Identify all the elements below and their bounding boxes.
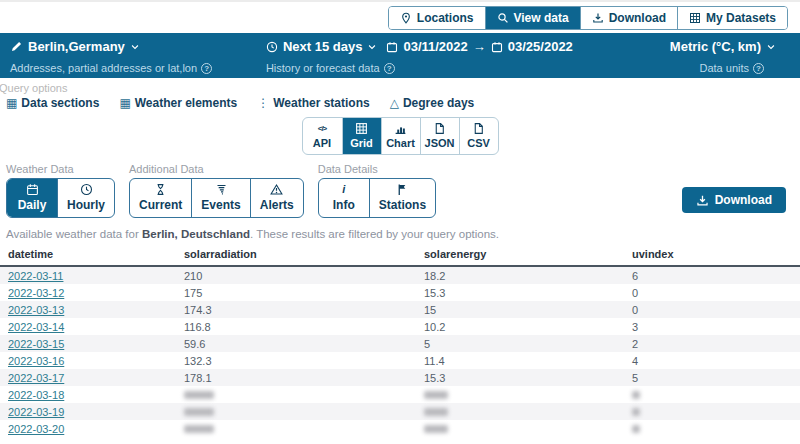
cell-solarradiation: 132.3 — [184, 352, 424, 369]
cell-solarradiation: 59.6 — [184, 335, 424, 352]
cell-uvindex: 2 — [632, 335, 800, 352]
chart-icon — [394, 122, 407, 135]
table-row: 2022-03-18 — [0, 386, 800, 403]
stations-button[interactable]: Stations — [369, 179, 435, 217]
location-selector[interactable]: Berlin,Germany — [10, 39, 266, 54]
degree-days-link[interactable]: △ Degree days — [390, 96, 475, 110]
date-link[interactable]: 2022-03-16 — [8, 355, 64, 367]
table-row: 2022-03-19 — [0, 403, 800, 420]
download-nav-label: Download — [609, 11, 666, 25]
data-sections-label: Data sections — [21, 96, 99, 110]
date-preset[interactable]: Next 15 days — [283, 39, 363, 54]
date-link[interactable]: 2022-03-14 — [8, 321, 64, 333]
triangle-icon: △ — [390, 96, 399, 110]
tab-grid-label: Grid — [350, 137, 373, 149]
query-bar: Berlin,Germany Addresses, partial addres… — [0, 33, 800, 78]
weather-elements-link[interactable]: ▦ Weather elements — [119, 96, 237, 110]
tornado-icon — [215, 183, 228, 196]
start-date[interactable]: 03/11/2022 — [403, 39, 467, 54]
clock-icon — [80, 183, 93, 196]
tab-api[interactable]: </> API — [303, 118, 342, 154]
cell-solarradiation: 178.1 — [184, 369, 424, 386]
location-hint: Addresses, partial addresses or lat,lon — [10, 62, 266, 74]
doc-icon — [433, 122, 446, 135]
date-link[interactable]: 2022-03-17 — [8, 372, 64, 384]
dots-icon: ⋮ — [257, 96, 269, 110]
current-button[interactable]: Current — [130, 179, 191, 217]
hourglass-icon — [154, 183, 167, 196]
cell-datetime: 2022-03-13 — [0, 301, 184, 318]
date-link[interactable]: 2022-03-12 — [8, 287, 64, 299]
col-uvindex[interactable]: uvindex — [632, 248, 800, 260]
current-label: Current — [139, 198, 182, 212]
cell-solarradiation — [184, 420, 424, 437]
top-nav: Locations View data Download My Datasets — [0, 0, 800, 33]
table-row: 2022-03-17178.115.35 — [0, 369, 800, 386]
help-icon[interactable] — [753, 63, 764, 74]
additional-data-title: Additional Data — [129, 163, 304, 175]
table-row: 2022-03-20 — [0, 420, 800, 437]
daterange-hint-text: History or forecast data — [266, 62, 380, 74]
cell-solarradiation: 210 — [184, 267, 424, 284]
cell-uvindex: 3 — [632, 318, 800, 335]
daterange-hint: History or forecast data — [266, 62, 573, 74]
date-link[interactable]: 2022-03-11 — [8, 270, 63, 282]
cell-solarradiation: 175 — [184, 284, 424, 301]
location-value: Berlin,Germany — [28, 39, 125, 54]
col-solarenergy[interactable]: solarenergy — [424, 248, 632, 260]
tab-csv-label: CSV — [467, 137, 490, 149]
availability-note: Available weather data for Berlin, Deuts… — [6, 228, 800, 240]
hourly-button[interactable]: Hourly — [57, 179, 114, 217]
data-details-title: Data Details — [318, 163, 436, 175]
help-icon[interactable] — [384, 63, 395, 74]
cell-datetime: 2022-03-15 — [0, 335, 184, 352]
tab-csv[interactable]: CSV — [459, 118, 498, 154]
table-row: 2022-03-13174.3150 — [0, 301, 800, 318]
chevron-down-icon — [766, 42, 776, 52]
view-data-button[interactable]: View data — [485, 7, 580, 29]
info-button[interactable]: i Info — [319, 179, 369, 217]
table-row: 2022-03-16132.311.44 — [0, 352, 800, 369]
download-icon — [592, 12, 604, 24]
tab-json[interactable]: JSON — [420, 118, 459, 154]
date-link[interactable]: 2022-03-20 — [8, 423, 64, 435]
download-button[interactable]: Download — [682, 187, 786, 213]
cell-solarenergy: 5 — [424, 335, 632, 352]
tab-api-label: API — [313, 137, 331, 149]
doc-icon — [472, 122, 485, 135]
weather-data-group: Weather Data Daily Hourly — [6, 163, 115, 218]
cell-solarenergy: 10.2 — [424, 318, 632, 335]
date-link[interactable]: 2022-03-15 — [8, 338, 64, 350]
events-button[interactable]: Events — [191, 179, 249, 217]
stations-label: Stations — [379, 198, 426, 212]
daily-button[interactable]: Daily — [7, 179, 57, 217]
arrow-right-icon: → — [473, 39, 486, 54]
query-options: Query options ▦ Data sections ▦ Weather … — [0, 78, 800, 110]
col-solarradiation[interactable]: solarradiation — [184, 248, 424, 260]
chevron-down-icon[interactable] — [367, 42, 377, 52]
locations-button[interactable]: Locations — [389, 7, 485, 29]
download-nav-button[interactable]: Download — [580, 7, 677, 29]
blurred-value — [184, 425, 214, 433]
date-link[interactable]: 2022-03-19 — [8, 406, 64, 418]
cell-datetime: 2022-03-14 — [0, 318, 184, 335]
col-datetime[interactable]: datetime — [0, 248, 184, 260]
locations-label: Locations — [417, 11, 474, 25]
location-section: Berlin,Germany Addresses, partial addres… — [10, 39, 266, 74]
units-selector[interactable]: Metric (°C, km) — [573, 39, 790, 54]
cell-uvindex: 4 — [632, 352, 800, 369]
data-type-row: Weather Data Daily Hourly Additional Dat… — [6, 163, 800, 218]
help-icon[interactable] — [201, 63, 212, 74]
note-prefix: Available weather data for — [6, 228, 142, 240]
alerts-button[interactable]: Alerts — [250, 179, 303, 217]
date-link[interactable]: 2022-03-18 — [8, 389, 64, 401]
end-date[interactable]: 03/25/2022 — [508, 39, 573, 54]
tab-chart[interactable]: Chart — [381, 118, 420, 154]
note-location: Berlin, Deutschland — [142, 228, 250, 240]
my-datasets-button[interactable]: My Datasets — [677, 7, 787, 29]
weather-stations-link[interactable]: ⋮ Weather stations — [257, 96, 369, 110]
tab-grid[interactable]: Grid — [342, 118, 381, 154]
data-sections-link[interactable]: ▦ Data sections — [6, 96, 99, 110]
date-link[interactable]: 2022-03-13 — [8, 304, 64, 316]
cell-solarenergy — [424, 403, 632, 420]
